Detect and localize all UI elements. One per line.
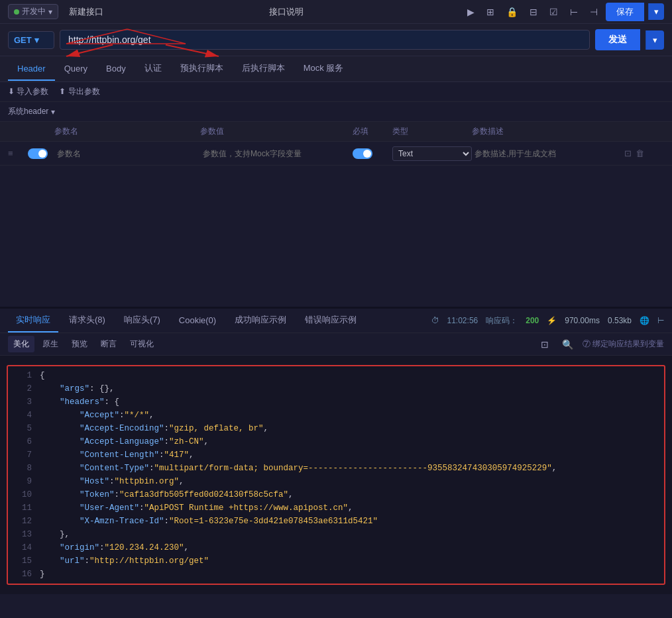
format-bar-right: ⊡ 🔍 ⑦ 绑定响应结果到变量 [537,337,664,352]
json-key-headers: "headers" [40,395,105,409]
minimize-icon-button[interactable]: ⊟ [526,5,541,19]
send-button[interactable]: 发送 [595,29,640,50]
system-header-label: 系统header [8,106,48,117]
json-line-7: 7 "Content-Length" : "417" , [8,448,664,462]
json-line-14: 14 "origin" : "120.234.24.230" , [8,541,664,554]
json-content-box: 1 { 2 "args" : {}, 3 "headers" : { 4 "Ac [7,365,665,585]
json-key-user-agent: "User-Agent" [40,501,139,515]
header-param-name: 参数名 [54,126,200,137]
top-bar-right: ▶ ⊞ 🔒 ⊟ ☑ ⊢ ⊣ 保存 ▾ [463,3,664,21]
format-assert-button[interactable]: 断言 [95,336,122,352]
json-line-13: 13 }, [8,528,664,541]
request-tabs-bar: Header Query Body 认证 预执行脚本 后执行脚本 Mock 服务 [0,56,672,82]
dev-status-badge[interactable]: 开发中 ▾ [8,4,58,19]
json-val-accept-encoding: "gzip, deflate, br" [169,422,264,435]
tab-response-headers[interactable]: 响应头(7) [116,309,168,333]
format-preview-button[interactable]: 预览 [66,336,93,352]
tab-realtime-response[interactable]: 实时响应 [8,309,58,333]
interface-desc-label: 接口说明 [269,7,304,17]
import-params-button[interactable]: ⬇ 导入参数 [8,86,48,97]
table-row: ≡ Text File JSON ⊡ 🗑 [0,142,672,166]
grid-icon-button[interactable]: ⊞ [482,5,498,19]
lock-icon-button[interactable]: 🔒 [502,5,522,19]
response-time-icon: ⏱ [431,316,439,325]
cookies-label: Cookie(0) [179,315,216,325]
json-line-12: 12 "X-Amzn-Trace-Id" : "Root=1-6323e75e-… [8,515,664,528]
type-select[interactable]: Text File JSON [392,146,472,161]
json-val-content-type: "multipart/form-data; boundary=---------… [154,462,552,475]
tab-auth[interactable]: 认证 [135,56,171,81]
header-type: 类型 [392,126,472,137]
realtime-response-label: 实时响应 [16,315,50,325]
tab-body-label: Body [106,64,126,74]
export-params-button[interactable]: ⬆ 导出参数 [59,86,99,97]
json-line-9: 9 "Host" : "httpbin.org" , [8,475,664,488]
row-actions: ⊡ 🗑 [624,148,664,158]
tab-header-label: Header [17,64,46,74]
play-icon-button[interactable]: ▶ [463,5,478,19]
method-arrow-icon: ▾ [34,35,39,45]
json-key-content-type: "Content-Type" [40,462,149,475]
new-interface-button[interactable]: 新建接口 [64,5,109,19]
json-line-4: 4 "Accept" : "*/*" , [8,409,664,422]
request-headers-label: 请求头(8) [69,315,105,325]
format-bar: 美化 原生 预览 断言 可视化 ⊡ 🔍 ⑦ 绑定响应结果到变量 [0,333,672,356]
tab-mock[interactable]: Mock 服务 [294,56,353,81]
tab-request-headers[interactable]: 请求头(8) [61,309,113,333]
row-toggle[interactable] [28,148,48,159]
method-label: GET [14,35,32,45]
tab-cookies[interactable]: Cookie(0) [171,310,224,332]
system-header-row[interactable]: 系统header ▾ [0,102,672,122]
checkbox-icon-button[interactable]: ☑ [545,5,562,19]
line-number-3: 3 [13,395,32,409]
tab-pre-script[interactable]: 预执行脚本 [171,56,233,81]
send-arrow-button[interactable]: ▾ [645,30,664,50]
required-toggle[interactable] [353,148,372,159]
more-icon-button[interactable]: ⊣ [586,5,602,19]
top-section: GET ▾ 发送 ▾ Header Query Body 认证 预执行脚本 [0,24,672,307]
header-description: 参数描述 [472,126,624,137]
copy-response-button[interactable]: ⊡ [537,337,553,352]
globe-icon: 🌐 [640,316,649,325]
params-toolbar: ⬇ 导入参数 ⬆ 导出参数 [0,82,672,102]
param-description-input[interactable] [472,148,624,160]
tab-post-script-label: 后执行脚本 [242,63,285,73]
search-response-button[interactable]: 🔍 [558,337,577,352]
line-number-11: 11 [13,501,32,515]
json-val-url: "http://httpbin.org/get" [89,554,209,568]
line-number-1: 1 [13,369,32,382]
system-header-arrow-icon: ▾ [51,107,55,117]
param-value-input[interactable] [200,148,353,160]
expand-icon[interactable]: ⊢ [657,316,664,325]
tab-query[interactable]: Query [55,58,97,81]
json-line-1: 1 { [8,369,664,382]
row-copy-icon[interactable]: ⊡ [624,148,632,158]
tab-body[interactable]: Body [97,58,135,81]
format-beautify-button[interactable]: 美化 [8,336,34,352]
tab-error-example[interactable]: 错误响应示例 [297,309,364,333]
save-button[interactable]: 保存 [606,3,644,21]
json-val-content-length: "417" [164,448,190,462]
drag-handle-icon[interactable]: ≡ [8,148,28,158]
tab-post-script[interactable]: 后执行脚本 [233,56,294,81]
save-arrow-button[interactable]: ▾ [648,3,664,20]
format-visualize-button[interactable]: 可视化 [125,336,159,352]
response-section: 实时响应 请求头(8) 响应头(7) Cookie(0) 成功响应示例 错误响应… [0,309,672,594]
url-input[interactable] [60,30,590,50]
json-key-args: "args" [40,382,89,395]
share-icon-button[interactable]: ⊢ [566,5,582,19]
format-raw-button[interactable]: 原生 [37,336,64,352]
row-delete-icon[interactable]: 🗑 [636,148,644,158]
method-selector[interactable]: GET ▾ [8,31,54,49]
json-key-x-amzn: "X-Amzn-Trace-Id" [40,515,164,528]
json-key-origin: "origin" [40,541,99,554]
tab-success-example[interactable]: 成功响应示例 [227,309,294,333]
tab-header[interactable]: Header [8,58,55,81]
response-size-icon: ⚡ [547,316,557,325]
param-name-input[interactable] [54,148,200,160]
json-key-host: "Host" [40,475,109,488]
success-example-label: 成功响应示例 [235,315,286,325]
tab-query-label: Query [64,64,87,74]
top-bar-left: 开发中 ▾ 新建接口 [8,4,109,19]
json-line-11: 11 "User-Agent" : "ApiPOST Runtime +http… [8,501,664,515]
